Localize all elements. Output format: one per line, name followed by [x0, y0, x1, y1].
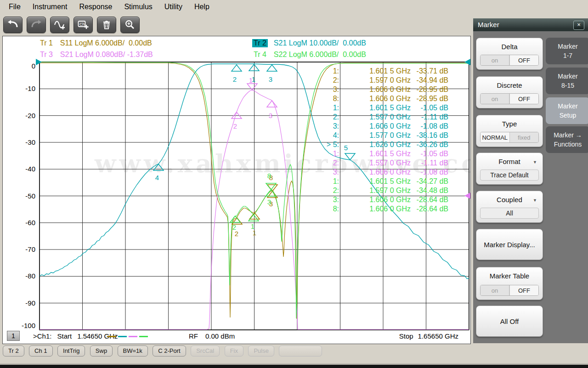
- marker-readout-number: 2:: [333, 187, 339, 194]
- marker-readout-value: -28.95 dB: [417, 85, 448, 93]
- redo-button[interactable]: [27, 17, 46, 33]
- trace-id-tr2: Tr 2: [252, 39, 268, 47]
- menu-response[interactable]: Response: [73, 1, 118, 13]
- marker-table-button[interactable]: Marker Table on OFF: [476, 267, 543, 300]
- tab-marker-setup[interactable]: Marker Setup: [546, 97, 588, 124]
- type-label: Type: [476, 115, 543, 128]
- marker-readout-freq: 1.597 0 GHz: [369, 76, 411, 84]
- delta-button[interactable]: Delta on OFF: [476, 38, 543, 70]
- status-sweep[interactable]: Swp: [90, 345, 113, 357]
- marker-table-off-option[interactable]: OFF: [509, 285, 538, 295]
- marker-readout-freq: 1.606 0 GHz: [369, 95, 411, 102]
- trace-color-legend: [107, 336, 148, 337]
- add-channel-button[interactable]: Ch: [74, 17, 93, 33]
- status-active-trace[interactable]: Tr 2: [3, 345, 24, 357]
- menu-utility[interactable]: Utility: [158, 1, 188, 13]
- status-active-channel[interactable]: Ch 1: [29, 345, 52, 357]
- marker-readout-freq: 1.606 0 GHz: [369, 85, 411, 93]
- marker-display-button[interactable]: Marker Display...: [476, 229, 543, 260]
- type-normal-option[interactable]: NORMAL: [481, 132, 510, 142]
- stop-label: Stop: [399, 332, 413, 340]
- tab-marker-8-15[interactable]: Marker 8-15: [546, 68, 588, 94]
- status-bandwidth[interactable]: BW=1k: [118, 345, 148, 357]
- type-toggle[interactable]: NORMAL fixed: [480, 132, 539, 143]
- undo-button[interactable]: [3, 17, 23, 33]
- discrete-off-option[interactable]: OFF: [509, 94, 538, 104]
- close-icon[interactable]: ×: [573, 21, 584, 30]
- marker-glyph-label: 8: [267, 172, 271, 180]
- marker-readout-number: 3:: [333, 196, 339, 204]
- menu-stimulus[interactable]: Stimulus: [118, 1, 158, 13]
- ref-level-arrow: [36, 59, 42, 65]
- marker-readout-freq: 1.606 0 GHz: [369, 168, 411, 176]
- menu-help[interactable]: Help: [188, 1, 215, 13]
- ref-level-arrow: [464, 192, 470, 199]
- tab-line1: Marker →: [554, 131, 582, 139]
- menu-file[interactable]: File: [3, 1, 27, 13]
- marker-readout-number: 1:: [333, 104, 339, 112]
- marker-glyph-label: 4: [155, 174, 159, 181]
- menu-instrument[interactable]: Instrument: [27, 1, 74, 13]
- all-off-button[interactable]: All Off: [476, 306, 543, 337]
- tr2-color-dash: [118, 336, 127, 337]
- coupled-dropdown[interactable]: Coupled ▼ All: [476, 191, 543, 223]
- watermark: www.xahxmicrowave.com: [94, 149, 470, 178]
- marker-readout-freq: 1.606 0 GHz: [369, 122, 411, 130]
- marker-readout-value: -1.08 dB: [421, 122, 448, 130]
- marker-readout-number: 8:: [333, 95, 339, 102]
- trace-label-tr2[interactable]: Tr 2S21 LogM 10.00dB/ 0.00dB: [252, 39, 366, 47]
- format-dropdown[interactable]: Format ▼ Trace Default: [476, 153, 543, 185]
- marker-panel-title: Marker ×: [473, 18, 588, 31]
- type-button[interactable]: Type NORMAL fixed: [476, 115, 543, 147]
- marker-readout-number: > 5:: [327, 141, 339, 148]
- trace-label-tr1[interactable]: Tr 1S11 LogM 6.000dB/ 0.00dB: [39, 39, 152, 47]
- plot-area[interactable]: www.xahxmicrowave.com0-10-20-30-40-50-60…: [3, 36, 470, 344]
- marker-glyph: [267, 101, 277, 107]
- marker-glyph: [232, 65, 242, 71]
- marker-glyph: [249, 64, 259, 71]
- status-trigger[interactable]: IntTrig: [57, 345, 85, 357]
- discrete-button[interactable]: Discrete on OFF: [476, 76, 543, 108]
- format-value[interactable]: Trace Default: [480, 170, 539, 181]
- status-spare: [279, 345, 322, 357]
- marker-readout-number: 1:: [333, 67, 339, 75]
- marker-table-on-option[interactable]: on: [481, 285, 509, 295]
- type-fixed-option[interactable]: fixed: [510, 132, 539, 142]
- marker-glyph: [247, 84, 257, 90]
- delete-button[interactable]: [97, 17, 116, 33]
- coupled-value[interactable]: All: [480, 208, 539, 219]
- trace-label-tr3[interactable]: Tr 3S21 LogM 0.080dB/ -1.37dB: [39, 51, 153, 59]
- marker-readout-value: -28.64 dB: [417, 205, 448, 213]
- discrete-toggle[interactable]: on OFF: [480, 93, 539, 104]
- zoom-button[interactable]: [120, 17, 140, 33]
- trace-label-tr4[interactable]: Tr 4S22 LogM 6.000dB/ 0.00dB: [252, 51, 366, 59]
- marker-readout-number: 3:: [333, 168, 339, 176]
- marker-table-label: Marker Table: [476, 267, 543, 280]
- add-trace-button[interactable]: [50, 17, 69, 33]
- marker-table-toggle[interactable]: on OFF: [480, 285, 539, 296]
- delta-on-option[interactable]: on: [481, 55, 509, 65]
- trace-id-tr3: Tr 3: [39, 51, 54, 59]
- marker-glyph-label: 3: [269, 75, 272, 83]
- marker-glyph-label: 2: [232, 223, 236, 231]
- delta-toggle[interactable]: on OFF: [480, 55, 539, 66]
- y-axis-label: -100: [22, 322, 35, 329]
- all-off-label: All Off: [500, 317, 519, 325]
- tab-marker-functions[interactable]: Marker → Functions: [546, 126, 588, 153]
- tab-line1: Marker: [558, 43, 578, 50]
- tab-marker-1-7[interactable]: Marker 1-7: [546, 38, 588, 64]
- channel-number-badge[interactable]: 1: [7, 331, 20, 341]
- chevron-down-icon: ▼: [533, 160, 537, 164]
- status-bar: Tr 2 Ch 1 IntTrig Swp BW=1k C 2-Port Src…: [0, 345, 588, 359]
- status-cal[interactable]: C 2-Port: [153, 345, 186, 357]
- marker-readout-value: -28.95 dB: [417, 95, 448, 102]
- marker-readout-number: 3:: [333, 85, 339, 93]
- channel-1-window: www.xahxmicrowave.com0-10-20-30-40-50-60…: [2, 36, 471, 344]
- marker-readout-value: -1.11 dB: [421, 159, 448, 167]
- sweep-stop-readout: Stop1.65650 GHz: [399, 332, 463, 340]
- discrete-on-option[interactable]: on: [481, 94, 509, 104]
- marker-readout-number: 2:: [333, 159, 339, 167]
- delta-off-option[interactable]: OFF: [509, 55, 538, 65]
- y-axis-label: -60: [25, 219, 35, 226]
- marker-readout-value: -34.94 dB: [417, 76, 448, 84]
